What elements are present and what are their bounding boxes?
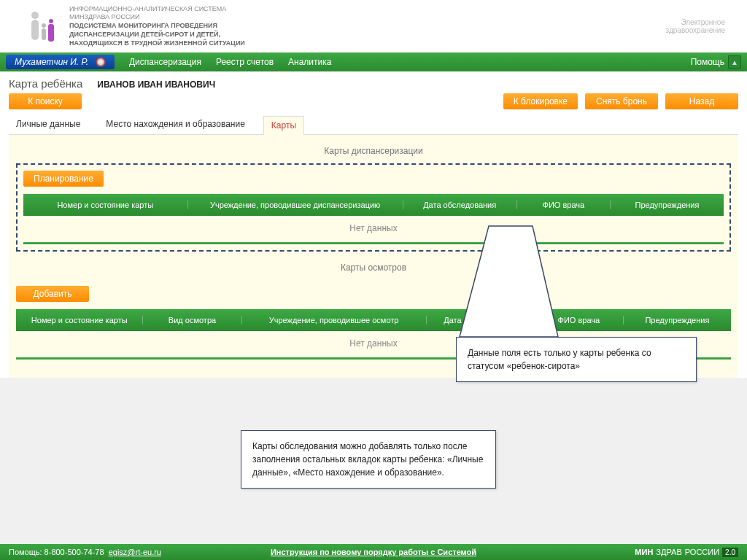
th2-institution: Учреждение, проводившее осмотр [241, 316, 426, 324]
th2-type: Вид осмотра [142, 316, 241, 324]
section2-title: Карты осмотров [9, 259, 738, 280]
collapse-icon[interactable]: ▲ [728, 55, 741, 69]
divider [23, 242, 724, 244]
menu-dispensary[interactable]: Диспансеризация [129, 57, 201, 67]
content: Карта ребёнка ИВАНОВ ИВАН ИВАНОВИЧ К пои… [0, 71, 747, 378]
svg-rect-1 [31, 20, 39, 40]
th2-doctor: ФИО врача [534, 316, 623, 324]
user-badge[interactable]: Мухаметчин И. Р. [6, 55, 115, 69]
th-warnings: Предупреждения [610, 201, 724, 209]
tabs: Личные данные Место нахождения и образов… [9, 115, 738, 135]
svg-rect-3 [42, 28, 46, 40]
search-button[interactable]: К поиску [9, 93, 82, 109]
svg-point-0 [31, 12, 39, 19]
menu-help[interactable]: Помощь [691, 57, 724, 67]
th-date: Дата обследования [403, 201, 516, 209]
unreserve-button[interactable]: Снять бронь [585, 93, 658, 109]
planning-button[interactable]: Планирование [23, 171, 104, 187]
user-name: Мухаметчин И. Р. [15, 57, 88, 67]
section1-title: Карты диспансеризации [9, 142, 738, 163]
svg-point-2 [42, 23, 46, 28]
patient-name: ИВАНОВ ИВАН ИВАНОВИЧ [97, 79, 215, 90]
logo-text: ИНФОРМАЦИОННО-АНАЛИТИЧЕСКАЯ СИСТЕМА МИНЗ… [69, 5, 245, 47]
footer-instruction[interactable]: Инструкция по новому порядку работы с Си… [0, 548, 747, 556]
th2-card-number: Номер и состояние карты [16, 316, 142, 324]
th2-date: Дата обследования [426, 316, 534, 324]
tab-location[interactable]: Место нахождения и образование [98, 115, 252, 134]
page-title: Карта ребёнка [9, 77, 82, 90]
th2-warnings: Предупреждения [623, 316, 731, 324]
logo-right: Электронное здравоохранение [666, 18, 725, 34]
table2-header: Номер и состояние карты Вид осмотра Учре… [16, 309, 731, 331]
table1-empty: Нет данных [23, 216, 724, 241]
lock-button[interactable]: К блокировке [503, 93, 578, 109]
menu-registry[interactable]: Реестр счетов [216, 57, 274, 67]
logo-icon [22, 8, 58, 44]
svg-rect-4 [48, 24, 54, 42]
highlight-box: Планирование Номер и состояние карты Учр… [16, 163, 731, 252]
th-card-number: Номер и состояние карты [23, 201, 187, 209]
callout-1: Данные поля есть только у карты ребенка … [456, 337, 697, 382]
footer: Помощь: 8-800-500-74-78 egisz@rt-eu.ru И… [0, 544, 747, 560]
th-doctor: ФИО врача [516, 201, 610, 209]
top-menu: Мухаметчин И. Р. Диспансеризация Реестр … [0, 52, 747, 71]
tab-cards[interactable]: Карты [263, 116, 304, 135]
add-button[interactable]: Добавить [16, 286, 89, 302]
callout-2: Карты обследования можно добавлять тольк… [241, 430, 496, 489]
app-header: ИНФОРМАЦИОННО-АНАЛИТИЧЕСКАЯ СИСТЕМА МИНЗ… [0, 0, 747, 52]
user-globe-icon [96, 57, 106, 67]
back-button[interactable]: Назад [665, 93, 738, 109]
th-institution: Учреждение, проводившее диспансеризацию [187, 201, 403, 209]
menu-analytics[interactable]: Аналитика [288, 57, 331, 67]
tab-personal[interactable]: Личные данные [9, 115, 88, 134]
table1-header: Номер и состояние карты Учреждение, пров… [23, 194, 724, 216]
svg-point-5 [49, 19, 53, 23]
